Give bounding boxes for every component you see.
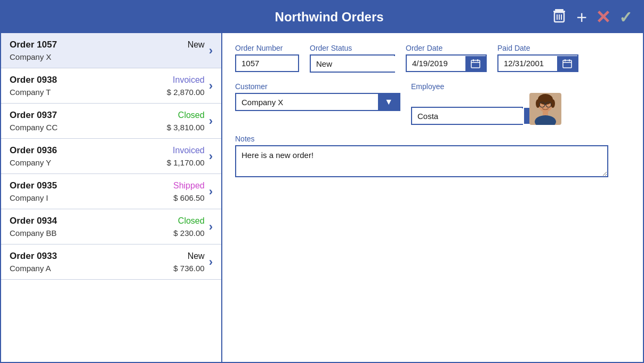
- chevron-right-icon: ›: [209, 149, 213, 163]
- list-item[interactable]: Order 0938 Invoiced Company T $ 2,870.00…: [1, 68, 221, 104]
- order-amount: $ 2,870.00: [167, 88, 205, 97]
- header: Northwind Orders + ✕ ✓: [1, 1, 643, 33]
- svg-rect-20: [543, 110, 548, 115]
- order-amount: $ 3,810.00: [167, 123, 205, 132]
- list-item[interactable]: Order 0934 Closed Company BB $ 230.00 ›: [1, 209, 221, 244]
- header-icons: + ✕ ✓: [551, 6, 632, 28]
- employee-photo: [529, 93, 561, 125]
- order-date-wrapper: [406, 54, 487, 72]
- order-status: Invoiced: [173, 146, 205, 155]
- list-item[interactable]: Order 0936 Invoiced Company Y $ 1,170.00…: [1, 139, 221, 174]
- order-amount: $ 1,170.00: [167, 158, 205, 167]
- paid-date-field[interactable]: [498, 56, 557, 71]
- customer-field[interactable]: [236, 94, 378, 110]
- detail-row-3: Notes Here is a new order!: [235, 135, 630, 177]
- add-icon[interactable]: +: [576, 8, 587, 26]
- order-number: Order 1057: [10, 40, 57, 50]
- customer-group: Customer ▼: [235, 82, 400, 111]
- customer-label: Customer: [235, 82, 400, 91]
- svg-rect-10: [563, 60, 571, 68]
- list-item[interactable]: Order 0935 Shipped Company I $ 606.50 ›: [1, 174, 221, 209]
- order-status: Invoiced: [173, 75, 205, 85]
- confirm-icon[interactable]: ✓: [619, 8, 632, 27]
- order-number: Order 0938: [10, 75, 57, 85]
- order-status-group: Order Status ▼: [310, 44, 395, 73]
- order-number: Order 0933: [10, 251, 57, 262]
- order-status: New: [188, 251, 205, 261]
- employee-row: ▼: [411, 93, 561, 125]
- order-company: Company Y: [10, 158, 51, 167]
- order-amount: $ 606.50: [173, 193, 204, 202]
- order-status-select-wrapper: ▼: [310, 54, 395, 73]
- svg-rect-6: [471, 60, 480, 68]
- svg-rect-0: [555, 9, 564, 11]
- order-status: Shipped: [173, 181, 205, 191]
- order-date-calendar-btn[interactable]: [465, 56, 486, 71]
- chevron-right-icon: ›: [209, 185, 213, 199]
- order-status: Closed: [178, 111, 205, 120]
- order-number: Order 0937: [10, 110, 57, 121]
- detail-row-2: Customer ▼ Employee ▼: [235, 82, 630, 125]
- chevron-right-icon: ›: [209, 44, 213, 58]
- employee-label: Employee: [411, 82, 561, 91]
- list-item[interactable]: Order 0933 New Company A $ 736.00 ›: [1, 244, 221, 280]
- order-number: Order 0936: [10, 145, 57, 156]
- order-company: Company BB: [10, 228, 57, 238]
- order-amount: $ 736.00: [173, 264, 204, 273]
- order-detail: Order Number Order Status ▼ Order Date: [222, 33, 643, 362]
- order-date-label: Order Date: [406, 44, 487, 52]
- order-number-field[interactable]: [235, 54, 299, 72]
- order-number: Order 0935: [10, 180, 57, 191]
- order-number: Order 0934: [10, 216, 57, 226]
- notes-field[interactable]: Here is a new order!: [235, 145, 608, 177]
- order-date-group: Order Date: [406, 44, 487, 72]
- order-list: Order 1057 New Company X › Order 0938 In…: [1, 33, 222, 362]
- order-date-field[interactable]: [407, 56, 465, 71]
- order-status: Closed: [178, 216, 205, 226]
- cancel-icon[interactable]: ✕: [595, 6, 610, 28]
- order-company: Company A: [10, 264, 51, 273]
- customer-select-wrapper: ▼: [235, 93, 400, 111]
- order-status-label: Order Status: [310, 44, 395, 52]
- paid-date-label: Paid Date: [497, 44, 578, 52]
- employee-field[interactable]: [412, 108, 524, 124]
- order-number-group: Order Number: [235, 44, 299, 72]
- employee-group: Employee ▼: [411, 82, 561, 125]
- employee-select-wrapper: ▼: [411, 107, 523, 125]
- order-number-label: Order Number: [235, 44, 299, 52]
- list-item[interactable]: Order 1057 New Company X ›: [1, 33, 221, 68]
- paid-date-calendar-btn[interactable]: [557, 56, 577, 71]
- order-company: Company T: [10, 88, 51, 97]
- order-company: Company CC: [10, 123, 58, 132]
- app-container: Northwind Orders + ✕ ✓: [0, 0, 644, 363]
- chevron-right-icon: ›: [209, 114, 213, 128]
- main-content: Order 1057 New Company X › Order 0938 In…: [1, 33, 643, 362]
- detail-row-1: Order Number Order Status ▼ Order Date: [235, 44, 630, 73]
- app-title: Northwind Orders: [108, 10, 551, 25]
- chevron-right-icon: ›: [209, 255, 213, 269]
- order-amount: $ 230.00: [173, 228, 204, 238]
- order-status: New: [188, 40, 205, 50]
- order-company: Company I: [10, 193, 49, 202]
- paid-date-wrapper: [497, 54, 578, 72]
- delete-icon[interactable]: [551, 7, 568, 28]
- notes-group: Notes Here is a new order!: [235, 135, 630, 177]
- list-item[interactable]: Order 0937 Closed Company CC $ 3,810.00 …: [1, 104, 221, 139]
- chevron-right-icon: ›: [209, 220, 213, 234]
- order-company: Company X: [10, 52, 51, 61]
- chevron-right-icon: ›: [209, 79, 213, 93]
- notes-label: Notes: [235, 135, 630, 143]
- paid-date-group: Paid Date: [497, 44, 578, 72]
- customer-dropdown-btn[interactable]: ▼: [378, 94, 399, 110]
